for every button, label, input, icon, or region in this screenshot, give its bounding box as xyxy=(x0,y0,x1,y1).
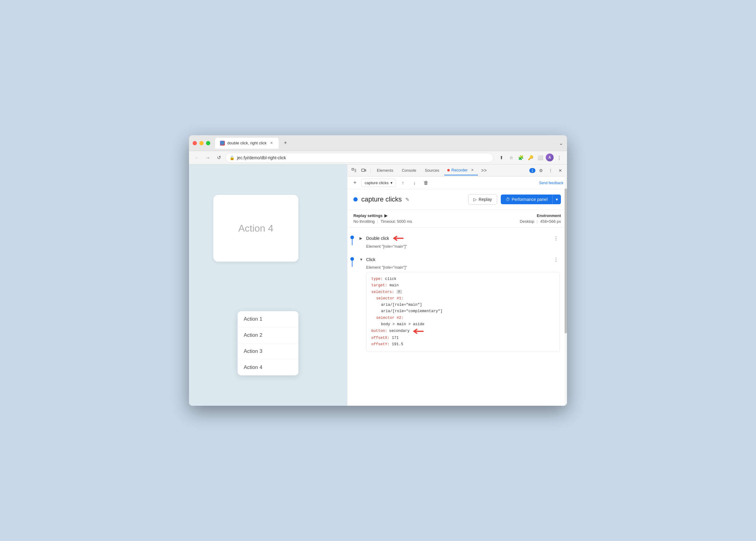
code-aria2-line: aria/[role="complementary"] xyxy=(371,308,555,314)
page-content: Action 4 Action 1 Action 2 Action 3 Acti… xyxy=(189,165,347,406)
menu-item-4[interactable]: Action 4 xyxy=(237,359,298,375)
code-type-line: type: click xyxy=(371,276,555,282)
throttling-value: No throttling xyxy=(353,219,375,224)
replay-button[interactable]: ▷ Replay xyxy=(468,194,497,205)
step1-title: Double click xyxy=(366,236,389,241)
tab-sources[interactable]: Sources xyxy=(421,166,443,175)
step2-dot xyxy=(350,257,354,261)
devtools-menu-button[interactable]: ⋮ xyxy=(546,166,555,175)
step1-arrow xyxy=(391,234,404,242)
step1-subtitle: Element "[role="main"]" xyxy=(359,244,560,249)
tab-close-button[interactable]: ✕ xyxy=(269,141,274,146)
code-block: type: click target: main selectors: R xyxy=(366,272,560,352)
traffic-lights xyxy=(192,141,210,145)
recorder-dot xyxy=(447,169,450,172)
lock-icon: 🔒 xyxy=(229,155,234,160)
window-controls: ⌄ xyxy=(559,140,564,147)
extensions-button[interactable]: 🧩 xyxy=(517,154,525,162)
add-step-button[interactable]: + xyxy=(351,179,359,187)
bookmark-button[interactable]: ☆ xyxy=(507,154,515,162)
scrollbar-thumb[interactable] xyxy=(565,189,567,333)
share-button[interactable]: ⬆ xyxy=(497,154,506,162)
delete-button[interactable]: 🗑 xyxy=(421,179,431,188)
chevron-right-icon: ▶ xyxy=(384,213,387,218)
sidebar-button[interactable]: ⬜ xyxy=(536,154,545,162)
recorder-toolbar: + capture clicks ▾ ↑ ↓ 🗑 Send feedback xyxy=(347,177,567,189)
devtools-panel: Elements Console Sources Recorder ✕ >> 1… xyxy=(347,165,567,406)
recording-selector[interactable]: capture clicks ▾ xyxy=(361,179,396,187)
step-click: ▼ Click ⋮ Element "[role="main"]" type: … xyxy=(347,252,567,357)
demo-card-menu: Action 1 Action 2 Action 3 Action 4 xyxy=(237,311,298,375)
recorder-header: capture clicks ✎ ▷ Replay ⏱ Performance … xyxy=(347,189,567,210)
steps-area: ▶ Double click ⋮ Element "[role="main"]" xyxy=(347,228,567,406)
device-toggle-button[interactable] xyxy=(359,166,368,175)
export-button[interactable]: ↑ xyxy=(398,179,408,188)
maximize-traffic-light[interactable] xyxy=(206,141,210,145)
step1-header[interactable]: ▶ Double click ⋮ xyxy=(359,233,560,244)
code-selectors-line: selectors: R xyxy=(371,289,555,295)
performance-panel-dropdown[interactable]: ▾ xyxy=(553,195,561,204)
performance-panel-button[interactable]: ⏱ Performance panel xyxy=(501,195,553,204)
collapse-icon: ▼ xyxy=(359,258,364,262)
step2-line xyxy=(352,261,352,267)
back-button[interactable]: ← xyxy=(192,154,201,162)
scrollbar-track xyxy=(565,165,567,406)
tab-bar: 🌐 double click, right click ✕ + xyxy=(215,138,557,149)
step1-line xyxy=(352,239,352,245)
code-button-line: button: secondary xyxy=(371,328,555,335)
address-text: jec.fyi/demo/dbl-right-click xyxy=(237,155,286,160)
new-tab-button[interactable]: + xyxy=(281,139,289,147)
selectors-icon: R xyxy=(397,289,402,294)
demo-card-large-text: Action 4 xyxy=(238,223,273,234)
recorder-tab-close[interactable]: ✕ xyxy=(470,168,475,173)
tab-recorder[interactable]: Recorder ✕ xyxy=(444,166,478,175)
step2-title: Click xyxy=(366,257,375,262)
minimize-traffic-light[interactable] xyxy=(199,141,203,145)
devtools-close-button[interactable]: ✕ xyxy=(556,166,565,175)
step2-subtitle: Element "[role="main"]" xyxy=(359,265,560,270)
recording-title: capture clicks xyxy=(361,196,402,203)
settings-section: Replay settings ▶ Environment No throttl… xyxy=(347,210,567,228)
forward-button[interactable]: → xyxy=(203,154,212,162)
import-button[interactable]: ↓ xyxy=(410,179,419,188)
selected-recording: capture clicks xyxy=(365,181,389,185)
step-double-click: ▶ Double click ⋮ Element "[role="main"]" xyxy=(347,230,567,252)
nav-actions: ⬆ ☆ 🧩 🔑 ⬜ A ⋮ xyxy=(497,154,564,162)
menu-item-2[interactable]: Action 2 xyxy=(237,327,298,343)
settings-button[interactable]: ⚙ xyxy=(537,166,545,175)
step2-content: ▼ Click ⋮ Element "[role="main"]" type: … xyxy=(357,255,562,354)
step2-header[interactable]: ▼ Click ⋮ xyxy=(359,255,560,265)
step1-menu-button[interactable]: ⋮ xyxy=(553,235,560,242)
user-avatar[interactable]: A xyxy=(546,154,554,161)
demo-card-large: Action 4 xyxy=(213,195,298,262)
menu-item-1[interactable]: Action 1 xyxy=(237,311,298,327)
env-divider: | xyxy=(537,219,538,224)
browser-tab[interactable]: 🌐 double click, right click ✕ xyxy=(215,138,279,149)
notification-badge: 1 xyxy=(529,168,536,173)
close-traffic-light[interactable] xyxy=(192,141,197,145)
edit-title-icon[interactable]: ✎ xyxy=(405,197,409,203)
tab-console[interactable]: Console xyxy=(398,166,420,175)
reload-button[interactable]: ↺ xyxy=(214,154,223,162)
menu-button[interactable]: ⋮ xyxy=(555,154,564,162)
more-tabs-button[interactable]: >> xyxy=(479,167,489,175)
menu-item-3[interactable]: Action 3 xyxy=(237,343,298,359)
svg-rect-1 xyxy=(362,169,365,172)
tab-elements[interactable]: Elements xyxy=(373,166,397,175)
performance-label: Performance panel xyxy=(512,197,548,202)
inspector-button[interactable] xyxy=(350,166,358,175)
address-bar[interactable]: 🔒 jec.fyi/demo/dbl-right-click xyxy=(225,153,494,163)
send-feedback-link[interactable]: Send feedback xyxy=(539,181,564,185)
browser-window: 🌐 double click, right click ✕ + ⌄ ← → ↺ … xyxy=(189,135,567,406)
desktop-value: Desktop xyxy=(520,219,535,224)
code-selector1-label: selector #1: xyxy=(371,295,555,302)
step1-dot xyxy=(350,236,354,239)
performance-icon: ⏱ xyxy=(506,197,510,202)
code-offsety-line: offsetY: 191.5 xyxy=(371,341,555,348)
step2-menu-button[interactable]: ⋮ xyxy=(553,256,560,263)
replay-settings-label[interactable]: Replay settings ▶ xyxy=(353,213,457,218)
code-aria1-line: aria/[role="main"] xyxy=(371,302,555,308)
expand-icon: ▶ xyxy=(359,236,364,241)
profile-icon[interactable]: 🔑 xyxy=(526,154,535,162)
step1-timeline xyxy=(347,233,357,245)
